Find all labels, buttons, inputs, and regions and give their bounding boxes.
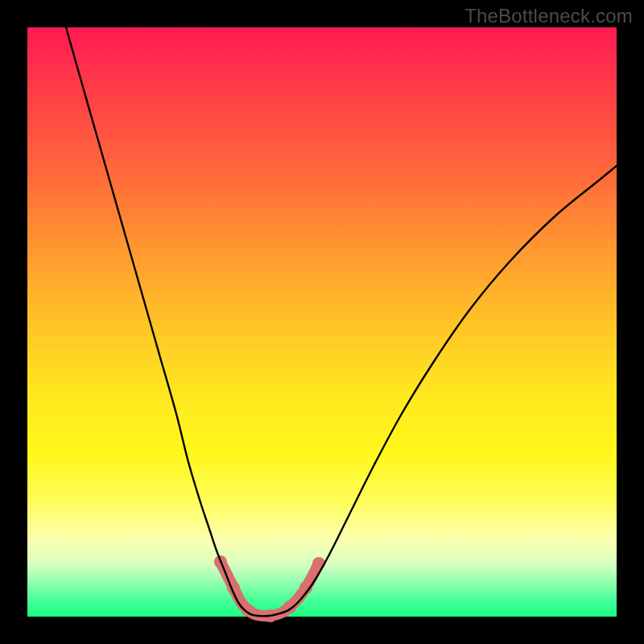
- chart-svg: [27, 27, 617, 617]
- watermark-text: TheBottleneck.com: [464, 5, 633, 27]
- plot-area: [27, 27, 617, 617]
- bottleneck-curve: [66, 27, 617, 616]
- outer-frame: TheBottleneck.com: [0, 0, 644, 644]
- highlight-marker: [312, 557, 325, 570]
